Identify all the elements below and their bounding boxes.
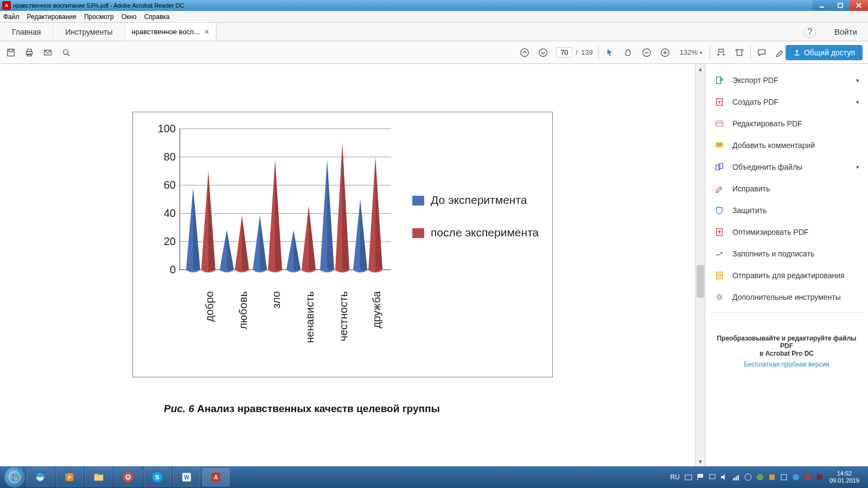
zoom-in-icon[interactable] — [660, 47, 671, 58]
tab-home[interactable]: Главная — [0, 23, 53, 41]
comment-icon — [714, 140, 725, 151]
sidepanel-item-sign[interactable]: Заполнить и подписать — [711, 243, 863, 265]
sidepanel-item-export[interactable]: Экспорт PDF▾ — [711, 69, 863, 91]
tab-tools[interactable]: Инструменты — [53, 23, 125, 41]
svg-rect-66 — [698, 474, 703, 478]
taskbar-item-chrome[interactable] — [114, 468, 142, 486]
toolbar: / 139 132%▾ Общий доступ — [0, 41, 868, 64]
hand-icon[interactable] — [623, 47, 634, 58]
tray-icon-generic[interactable] — [815, 473, 824, 481]
mail-icon[interactable] — [42, 47, 53, 58]
svg-rect-65 — [685, 475, 692, 480]
system-tray[interactable] — [684, 473, 824, 481]
document-viewer[interactable]: 020406080100 добро любовь зло ненависть … — [0, 64, 705, 466]
svg-rect-4 — [8, 49, 15, 56]
tray-volume-icon[interactable] — [720, 473, 729, 481]
tray-icon-generic[interactable] — [780, 473, 788, 481]
tray-icon-generic[interactable] — [792, 473, 800, 481]
tray-icon-generic[interactable] — [744, 473, 752, 481]
svg-point-48 — [718, 274, 720, 277]
taskbar-item-skype[interactable]: S — [144, 468, 171, 486]
chart-legend: До эксперитмента после эксперимента — [412, 194, 539, 259]
chart-figure: 020406080100 добро любовь зло ненависть … — [132, 112, 553, 377]
highlight-icon[interactable] — [775, 47, 786, 58]
signin-button[interactable]: Войти — [824, 23, 868, 41]
sidepanel-item-redact[interactable]: Исправить — [711, 178, 863, 200]
sidepanel-item-edit[interactable]: Редактировать PDF — [711, 113, 863, 134]
tabbar: Главная Инструменты нравственное восп...… — [0, 23, 868, 41]
trial-link[interactable]: Бесплатная пробная версия — [711, 361, 863, 368]
taskbar-item-explorer[interactable] — [85, 468, 112, 486]
vertical-scrollbar[interactable]: ▲ ▼ — [695, 64, 705, 466]
window-minimize-button[interactable] — [813, 0, 831, 11]
taskbar-item-media[interactable] — [56, 468, 83, 486]
tray-icon-generic[interactable] — [768, 473, 776, 481]
page-current-input[interactable] — [556, 47, 572, 57]
svg-line-11 — [68, 54, 70, 56]
zoom-dropdown[interactable]: 132%▾ — [678, 48, 704, 57]
sidepanel-item-more[interactable]: Дополнительные инструменты — [711, 286, 863, 308]
menu-file[interactable]: Файл — [3, 13, 20, 21]
svg-rect-73 — [738, 475, 739, 480]
select-arrow-icon[interactable] — [604, 47, 615, 58]
svg-rect-72 — [736, 476, 737, 480]
sidepanel-item-send[interactable]: Отправить для редактирования — [711, 265, 863, 286]
tray-icon-generic[interactable] — [756, 473, 764, 481]
menu-window[interactable]: Окно — [122, 13, 137, 21]
fit-width-icon[interactable] — [716, 47, 726, 58]
taskbar-item-acrobat[interactable]: A — [202, 468, 229, 486]
chevron-down-icon: ▾ — [856, 164, 859, 171]
window-maximize-button[interactable] — [831, 0, 850, 11]
scroll-down-icon[interactable]: ▼ — [695, 457, 705, 466]
tray-wifi-icon[interactable] — [732, 473, 741, 481]
page-down-icon[interactable] — [538, 47, 548, 58]
fit-page-icon[interactable] — [734, 47, 745, 58]
tab-close-icon[interactable]: ✕ — [204, 28, 209, 36]
sidepanel-item-protect[interactable]: Защитить — [711, 200, 863, 221]
menu-edit[interactable]: Редактирование — [27, 13, 76, 21]
upload-icon — [793, 49, 801, 56]
menu-help[interactable]: Справка — [144, 13, 170, 21]
sidepanel-item-combine[interactable]: Объединить файлы▾ — [711, 156, 863, 178]
svg-point-10 — [63, 49, 68, 54]
tray-flag-icon[interactable] — [696, 473, 705, 481]
print-icon[interactable] — [24, 47, 35, 58]
svg-point-50 — [9, 472, 20, 483]
language-indicator[interactable]: RU — [671, 473, 680, 481]
svg-point-13 — [539, 48, 547, 56]
taskbar-item-ie[interactable] — [27, 468, 54, 486]
zoom-out-icon[interactable] — [641, 47, 652, 58]
save-icon[interactable] — [5, 47, 16, 58]
help-button[interactable]: ? — [804, 26, 816, 38]
scroll-thumb[interactable] — [697, 265, 704, 298]
search-icon[interactable] — [61, 47, 72, 58]
svg-rect-68 — [710, 474, 715, 479]
sidepanel-item-create[interactable]: Создать PDF▾ — [711, 91, 863, 113]
page-up-icon[interactable] — [519, 47, 530, 58]
figure-caption: Рис. 6 Анализ нравственных качеств целев… — [164, 403, 440, 415]
svg-text:A: A — [214, 474, 218, 480]
svg-rect-47 — [717, 272, 723, 279]
tab-document[interactable]: нравственное восп... ✕ — [125, 23, 217, 41]
svg-rect-20 — [718, 49, 723, 52]
taskbar-item-word[interactable]: W — [173, 468, 200, 486]
sidepanel-item-optimize[interactable]: Оптимизировать PDF — [711, 221, 863, 243]
svg-rect-55 — [94, 474, 98, 476]
sidepanel-item-comment[interactable]: Добавить комментарий — [711, 134, 863, 156]
tray-icon[interactable] — [684, 473, 693, 481]
svg-marker-14 — [607, 49, 612, 56]
edit-icon — [714, 118, 725, 129]
legend-swatch-2 — [412, 228, 424, 238]
export-icon — [714, 75, 725, 86]
taskbar-clock[interactable]: 14:52 09.01.2019 — [829, 470, 859, 484]
comment-icon[interactable] — [756, 47, 767, 58]
scroll-up-icon[interactable]: ▲ — [695, 64, 705, 74]
tray-network-icon[interactable] — [708, 473, 717, 481]
window-close-button[interactable] — [850, 0, 868, 11]
combine-icon — [714, 162, 725, 172]
svg-rect-76 — [769, 474, 775, 480]
start-button[interactable] — [4, 467, 25, 487]
share-button[interactable]: Общий доступ — [786, 45, 863, 60]
menu-view[interactable]: Просмотр — [84, 13, 114, 21]
tray-icon-generic[interactable] — [803, 473, 812, 481]
